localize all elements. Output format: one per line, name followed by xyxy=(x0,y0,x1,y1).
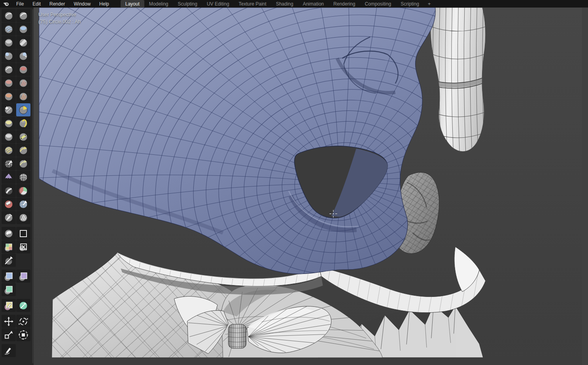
tool-inflate[interactable] xyxy=(2,49,16,63)
tool-annotate[interactable] xyxy=(2,344,16,357)
tool-line-project[interactable] xyxy=(2,254,16,267)
tab-animation[interactable]: Animation xyxy=(298,0,329,8)
tool-thumb[interactable] xyxy=(2,130,16,143)
tool-group-2 xyxy=(2,227,34,267)
tool-transform[interactable] xyxy=(16,328,30,341)
tool-fill[interactable] xyxy=(16,76,30,89)
tool-flatten[interactable] xyxy=(2,76,16,89)
tool-draw-sharp[interactable] xyxy=(16,9,30,22)
tool-smooth[interactable] xyxy=(16,63,30,76)
tool-move[interactable] xyxy=(2,315,16,328)
tool-group-5 xyxy=(2,315,34,341)
tool-paint[interactable] xyxy=(2,211,16,224)
tool-nudge[interactable] xyxy=(2,144,16,157)
tool-scrape[interactable] xyxy=(2,90,16,103)
tool-group-1 xyxy=(2,9,34,224)
tool-edit-face-set[interactable] xyxy=(2,299,16,312)
tab-sculpting[interactable]: Sculpting xyxy=(173,0,202,8)
viewport-canvas[interactable] xyxy=(0,8,588,365)
tool-simplify[interactable] xyxy=(16,171,30,184)
tab-modeling[interactable]: Modeling xyxy=(144,0,173,8)
tool-rotate-brush[interactable] xyxy=(16,144,30,157)
tool-box-mask[interactable] xyxy=(2,227,16,240)
tool-cloth-filter[interactable] xyxy=(16,270,30,283)
menu-edit[interactable]: Edit xyxy=(28,0,45,8)
tool-box-hide[interactable] xyxy=(16,227,30,240)
toolbar xyxy=(0,8,34,365)
tool-group-4 xyxy=(2,299,34,312)
tool-draw[interactable] xyxy=(2,9,16,22)
tool-smear[interactable] xyxy=(16,211,30,224)
tool-clay-thumb[interactable] xyxy=(2,36,16,49)
menubar-menus: FileEditRenderWindowHelp xyxy=(12,0,113,8)
menu-window[interactable]: Window xyxy=(69,0,95,8)
tool-mask[interactable] xyxy=(2,184,16,197)
tab-texture-paint[interactable]: Texture Paint xyxy=(234,0,271,8)
blender-logo-icon[interactable] xyxy=(0,0,12,8)
tool-slide-relax[interactable] xyxy=(2,157,16,170)
tool-draw-face-sets[interactable] xyxy=(16,184,30,197)
blender-window: FileEditRenderWindowHelp LayoutModelingS… xyxy=(0,0,588,365)
tool-layer[interactable] xyxy=(16,36,30,49)
menu-render[interactable]: Render xyxy=(45,0,69,8)
tab-scripting[interactable]: Scripting xyxy=(396,0,424,8)
tab-uv-editing[interactable]: UV Editing xyxy=(202,0,234,8)
tool-mesh-filter[interactable] xyxy=(2,270,16,283)
tool-box-face-set[interactable] xyxy=(2,240,16,253)
viewport-3d[interactable]: User Perspective (75) Circle.002 : Ah xyxy=(0,8,588,365)
tool-crease[interactable] xyxy=(2,63,16,76)
tool-mask-by-color[interactable] xyxy=(16,299,30,312)
tab-compositing[interactable]: Compositing xyxy=(360,0,396,8)
tool-multires-eraser[interactable] xyxy=(2,198,16,211)
tab-shading[interactable]: Shading xyxy=(271,0,298,8)
tool-pose[interactable] xyxy=(16,130,30,143)
tab-layout[interactable]: Layout xyxy=(121,0,144,8)
tab-rendering[interactable]: Rendering xyxy=(329,0,360,8)
tool-elastic-deform[interactable] xyxy=(2,117,16,130)
tool-color-filter[interactable] xyxy=(2,283,16,296)
tool-multiplane-scrape[interactable] xyxy=(16,90,30,103)
tool-multires-smear[interactable] xyxy=(16,198,30,211)
workspace-tabs: LayoutModelingSculptingUV EditingTexture… xyxy=(121,0,424,8)
tool-clay-strips[interactable] xyxy=(16,23,30,36)
menubar: FileEditRenderWindowHelp LayoutModelingS… xyxy=(0,0,588,8)
tool-rotate[interactable] xyxy=(16,315,30,328)
tool-boundary[interactable] xyxy=(16,157,30,170)
tool-group-3 xyxy=(2,270,34,296)
tool-blob[interactable] xyxy=(16,49,30,63)
menu-file[interactable]: File xyxy=(12,0,28,8)
tool-group-6 xyxy=(2,344,34,357)
tool-grab[interactable] xyxy=(16,103,30,116)
tool-cloth[interactable] xyxy=(2,171,16,184)
tool-clay[interactable] xyxy=(2,23,16,36)
menu-help[interactable]: Help xyxy=(95,0,113,8)
tool-pinch[interactable] xyxy=(2,103,16,116)
tool-scale[interactable] xyxy=(2,328,16,341)
tool-snake-hook[interactable] xyxy=(16,117,30,130)
add-workspace-button[interactable]: + xyxy=(424,0,435,8)
tool-box-trim[interactable] xyxy=(16,240,30,253)
